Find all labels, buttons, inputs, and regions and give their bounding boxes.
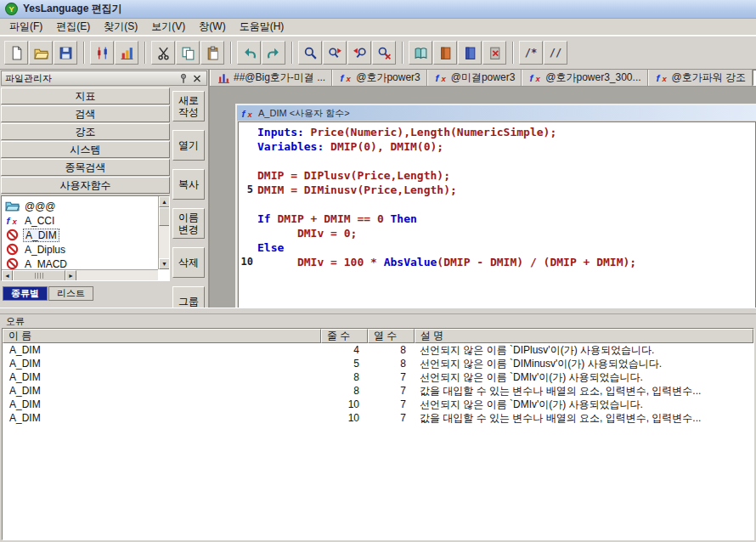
menu-view[interactable]: 보기(V) [144,18,192,36]
close-icon[interactable] [191,72,203,84]
svg-text:x: x [661,74,667,83]
scroll-up-arrow-icon[interactable]: ▲ [159,196,170,207]
error-panel: 오류 이 름줄 수열 수설 명 A_DIM48선언되지 않은 이름 `DIPlu… [0,314,756,542]
error-line: 10 [321,398,368,410]
book-blue-button[interactable] [458,41,482,65]
scroll-left-arrow-icon[interactable]: ◄ [2,270,13,281]
fx-icon: fx [434,71,449,85]
file-manager-tabs: 종류별리스트 [3,286,94,301]
editor-tab-a-dim[interactable]: fxA_DIM [753,70,756,86]
redo-button[interactable] [262,41,285,65]
tree-item-a-macd[interactable]: A_MACD [3,257,157,269]
rename-file-button[interactable]: 이름 변경 [172,208,205,239]
code-editor[interactable]: Inputs: Price(Numeric),Length(NumericSim… [238,121,756,308]
line-number [240,212,257,227]
category-user-function-button[interactable]: 사용자함수 [1,177,170,194]
error-col: 8 [368,344,415,356]
file-manager-header: 파일관리자 [1,71,207,86]
error-desc: 값을 대입할 수 있는 변수나 배열의 요소, 입력변수, 입력변수... [415,384,753,398]
error-row[interactable]: A_DIM87값을 대입할 수 있는 변수나 배열의 요소, 입력변수, 입력변… [3,384,753,398]
find-prev-button[interactable] [347,41,371,65]
comment-line-button[interactable]: // [544,41,567,65]
category-system-button[interactable]: 시스템 [1,141,170,158]
view-tab-list[interactable]: 리스트 [48,286,93,301]
menu-file[interactable]: 파일(F) [3,18,49,36]
undo-button[interactable] [237,41,261,65]
error-column-header[interactable]: 줄 수 [321,329,368,343]
error-desc: 선언되지 않은 이름 `DIPlusv'이(가) 사용되었습니다. [415,343,753,358]
toolbar-separator [83,42,85,64]
file-manager-body: 지표검색강조시스템종목검색사용자함수 @@@fxA_CCIA_DIMA_Dipl… [1,86,207,308]
book-gray-button[interactable] [482,41,506,65]
error-column-header[interactable]: 열 수 [368,329,415,343]
pin-icon[interactable] [178,72,189,84]
comment-block-button[interactable]: /* [519,41,543,65]
open-file-button[interactable] [29,41,53,65]
error-desc: 선언되지 않은 이름 `DMIv'이(가) 사용되었습니다. [415,370,753,385]
paste-button[interactable] [200,41,224,65]
horizontal-splitter[interactable] [0,308,756,314]
editor-tab-migyeol-power3[interactable]: fx@미결power3 [427,70,522,86]
category-search-button[interactable]: 검색 [1,105,170,122]
error-name: A_DIM [3,385,321,397]
copy-button[interactable] [176,41,200,65]
category-stock-search-button[interactable]: 종목검색 [1,159,170,176]
category-emphasis-button[interactable]: 강조 [1,123,170,140]
book-red-button[interactable] [433,41,457,65]
editor-area: ##@Big호가-미결 ...fx@호가power3fx@미결power3fx@… [210,70,756,308]
book-blue-icon [463,46,477,60]
tree-item-a-diplus[interactable]: A_Diplus [3,242,157,257]
error-col: 7 [368,412,415,424]
editor-tab-hoga-power-gangjo[interactable]: fx@호가파워 강조 [648,70,753,86]
new-file-button[interactable] [4,41,28,65]
menu-edit[interactable]: 편집(E) [49,18,97,36]
error-column-header[interactable]: 이 름 [3,329,321,343]
error-row[interactable]: A_DIM87선언되지 않은 이름 `DMIv'이(가) 사용되었습니다. [3,370,753,384]
menu-find[interactable]: 찾기(S) [97,18,144,36]
scroll-right-arrow-icon[interactable]: ► [65,270,76,281]
editor-tab-label: @미결power3 [451,71,516,85]
find-next-icon [328,46,342,60]
error-row[interactable]: A_DIM107값을 대입할 수 있는 변수나 배열의 요소, 입력변수, 입력… [3,411,753,425]
find-cancel-button[interactable] [372,41,396,65]
save-file-button[interactable] [54,41,77,65]
menu-window[interactable]: 창(W) [192,18,232,36]
tree-vscroll-thumb[interactable] [159,207,170,226]
document-title-bar[interactable]: fx A_DIM <사용자 함수> [237,105,756,121]
editor-tab-big-hoga-migyeol[interactable]: ##@Big호가-미결 ... [210,70,332,86]
tree-item-root-group[interactable]: @@@ [3,199,157,213]
copy-file-button[interactable]: 복사 [172,169,205,200]
find-button[interactable] [298,41,322,65]
book-open-icon [414,46,428,60]
group-file-button[interactable]: 그룹 [172,286,205,308]
tree-hscroll-thumb[interactable] [13,270,65,281]
apply-chart-button[interactable] [115,41,138,65]
error-row[interactable]: A_DIM48선언되지 않은 이름 `DIPlusv'이(가) 사용되었습니다. [3,343,753,357]
tree-item-a-cci[interactable]: fxA_CCI [3,213,157,228]
find-next-button[interactable] [323,41,347,65]
menu-help[interactable]: 도움말(H) [233,18,291,36]
editor-tab-hoga-power3[interactable]: fx@호가power3 [332,70,427,86]
window-title: YesLanguage 편집기 [23,2,122,16]
cut-button[interactable] [151,41,175,65]
tree-vertical-scrollbar[interactable]: ▲ ▼ [158,196,169,269]
tree-item-a-dim[interactable]: A_DIM [3,228,157,242]
document-window: fx A_DIM <사용자 함수> Inputs: Price(Numeric)… [235,104,756,308]
scroll-down-arrow-icon[interactable]: ▼ [159,258,170,269]
tree-horizontal-scrollbar[interactable]: ◄ ► [2,269,158,280]
open-file-button[interactable]: 열기 [172,130,205,161]
candle-chart-button[interactable] [90,41,114,65]
view-tab-by-type[interactable]: 종류별 [3,286,48,301]
category-indicator-button[interactable]: 지표 [1,88,170,104]
toolbar-separator [230,42,232,64]
error-row[interactable]: A_DIM107선언되지 않은 이름 `DMIv'이(가) 사용되었습니다. [3,398,753,411]
new-file-button[interactable]: 새로 작성 [172,91,205,121]
book-open-button[interactable] [409,41,432,65]
tree-item-label: A_Diplus [23,244,67,256]
svg-text:x: x [12,217,18,226]
book-red-icon [438,46,453,60]
error-column-header[interactable]: 설 명 [415,329,753,343]
delete-file-button[interactable]: 삭제 [172,247,205,278]
error-row[interactable]: A_DIM58선언되지 않은 이름 `DIMinusv'이(가) 사용되었습니다… [3,357,753,370]
editor-tab-hoga-power3-300[interactable]: fx@호가power3_300... [522,70,647,86]
